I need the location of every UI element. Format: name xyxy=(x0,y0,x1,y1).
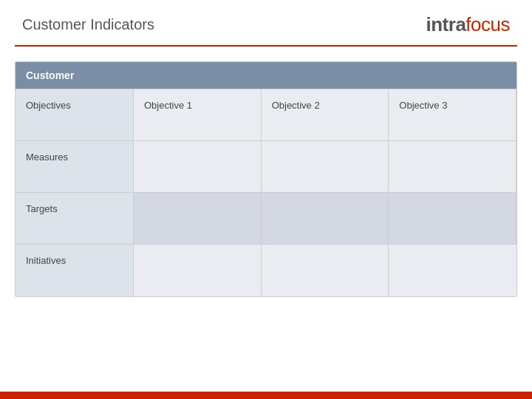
table-grid: Objectives Objective 1 Objective 2 Objec… xyxy=(16,89,516,296)
header: Customer Indicators intrafocus xyxy=(0,0,532,45)
footer-bar xyxy=(0,392,532,399)
initiatives-label: Initiatives xyxy=(16,245,134,296)
page-title: Customer Indicators xyxy=(22,16,154,33)
targets-cell-3 xyxy=(389,193,516,245)
initiatives-cell-3 xyxy=(389,245,516,296)
measures-label: Measures xyxy=(16,141,134,193)
customer-table: Customer Objectives Objective 1 Objectiv… xyxy=(15,61,517,297)
measures-cell-3 xyxy=(389,141,516,193)
targets-cell-1 xyxy=(134,193,262,245)
initiatives-cell-1 xyxy=(134,245,262,296)
measures-cell-1 xyxy=(134,141,262,193)
objectives-label: Objectives xyxy=(16,89,134,141)
objectives-cell-2: Objective 2 xyxy=(262,89,389,141)
objectives-cell-3: Objective 3 xyxy=(389,89,516,141)
table-section-header: Customer xyxy=(16,62,516,89)
targets-label: Targets xyxy=(16,193,134,245)
targets-cell-2 xyxy=(262,193,389,245)
logo: intrafocus xyxy=(426,13,511,36)
measures-cell-2 xyxy=(262,141,389,193)
initiatives-cell-2 xyxy=(262,245,389,296)
main-content: Customer Objectives Objective 1 Objectiv… xyxy=(0,47,532,304)
logo-intra: intra xyxy=(426,13,466,35)
objectives-cell-1: Objective 1 xyxy=(134,89,262,141)
logo-focus: focus xyxy=(466,13,510,35)
